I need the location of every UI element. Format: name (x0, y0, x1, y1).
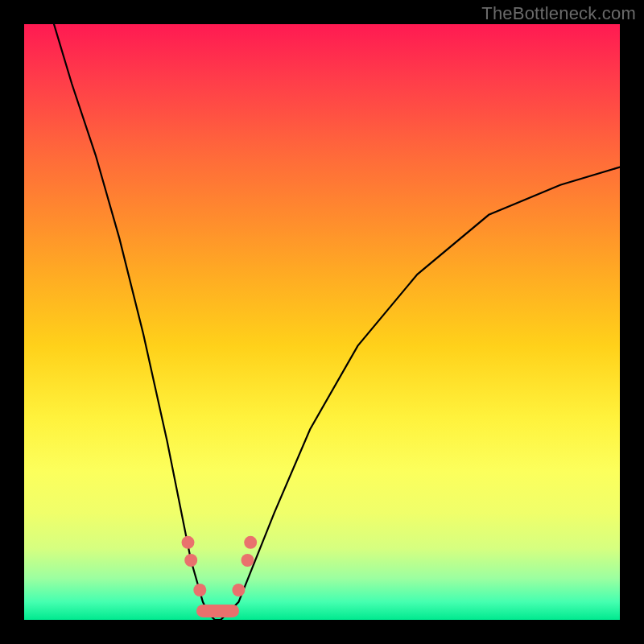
plot-area (24, 24, 620, 620)
outer-frame: TheBottleneck.com (0, 0, 644, 644)
curve-marker (184, 554, 197, 567)
bottleneck-curve (54, 24, 620, 620)
curve-markers (182, 536, 258, 597)
watermark-text: TheBottleneck.com (481, 3, 636, 24)
chart-svg (24, 24, 620, 620)
curve-marker (232, 584, 245, 597)
curve-marker (193, 584, 206, 597)
curve-marker (244, 536, 257, 549)
curve-marker (242, 554, 254, 567)
curve-marker (182, 536, 195, 549)
